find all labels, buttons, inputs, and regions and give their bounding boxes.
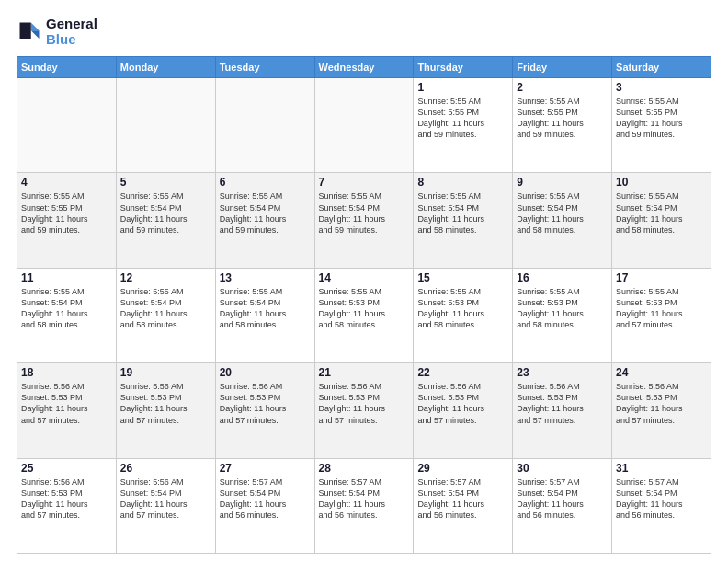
- logo-text: General Blue: [46, 17, 97, 47]
- day-info: Sunrise: 5:56 AM Sunset: 5:53 PM Dayligh…: [21, 477, 112, 522]
- day-info: Sunrise: 5:55 AM Sunset: 5:54 PM Dayligh…: [120, 286, 211, 331]
- calendar-cell: [314, 78, 414, 173]
- logo-line2: Blue: [46, 32, 97, 48]
- day-info: Sunrise: 5:57 AM Sunset: 5:54 PM Dayligh…: [616, 477, 707, 522]
- day-info: Sunrise: 5:55 AM Sunset: 5:55 PM Dayligh…: [517, 96, 608, 141]
- calendar-week-row: 18Sunrise: 5:56 AM Sunset: 5:53 PM Dayli…: [17, 363, 711, 458]
- day-number: 25: [21, 462, 112, 475]
- day-number: 5: [120, 176, 211, 189]
- day-info: Sunrise: 5:55 AM Sunset: 5:55 PM Dayligh…: [616, 96, 707, 141]
- day-number: 22: [417, 366, 508, 379]
- day-number: 18: [21, 366, 112, 379]
- calendar-cell: 9Sunrise: 5:55 AM Sunset: 5:54 PM Daylig…: [513, 173, 612, 268]
- calendar-cell: 26Sunrise: 5:56 AM Sunset: 5:54 PM Dayli…: [116, 458, 215, 553]
- calendar-week-row: 25Sunrise: 5:56 AM Sunset: 5:53 PM Dayli…: [17, 458, 711, 553]
- calendar-cell: 15Sunrise: 5:55 AM Sunset: 5:53 PM Dayli…: [414, 268, 513, 362]
- calendar-cell: 11Sunrise: 5:55 AM Sunset: 5:54 PM Dayli…: [17, 268, 117, 362]
- calendar-cell: 22Sunrise: 5:56 AM Sunset: 5:53 PM Dayli…: [414, 363, 513, 458]
- calendar-cell: 27Sunrise: 5:57 AM Sunset: 5:54 PM Dayli…: [215, 458, 314, 553]
- calendar-week-row: 4Sunrise: 5:55 AM Sunset: 5:55 PM Daylig…: [17, 173, 711, 268]
- calendar-header-row: SundayMondayTuesdayWednesdayThursdayFrid…: [17, 57, 711, 78]
- day-number: 27: [220, 462, 311, 475]
- logo: General Blue: [17, 17, 97, 47]
- calendar-cell: 25Sunrise: 5:56 AM Sunset: 5:53 PM Dayli…: [17, 458, 117, 553]
- day-info: Sunrise: 5:55 AM Sunset: 5:55 PM Dayligh…: [417, 96, 508, 141]
- day-info: Sunrise: 5:56 AM Sunset: 5:53 PM Dayligh…: [517, 381, 608, 426]
- day-number: 9: [517, 176, 608, 189]
- svg-rect-2: [20, 22, 31, 39]
- day-info: Sunrise: 5:56 AM Sunset: 5:54 PM Dayligh…: [120, 477, 211, 522]
- calendar-cell: 1Sunrise: 5:55 AM Sunset: 5:55 PM Daylig…: [414, 78, 513, 173]
- day-info: Sunrise: 5:56 AM Sunset: 5:53 PM Dayligh…: [120, 381, 211, 426]
- day-number: 30: [517, 462, 608, 475]
- calendar-cell: 23Sunrise: 5:56 AM Sunset: 5:53 PM Dayli…: [513, 363, 612, 458]
- day-number: 14: [319, 271, 410, 284]
- calendar-cell: 28Sunrise: 5:57 AM Sunset: 5:54 PM Dayli…: [314, 458, 414, 553]
- calendar-cell: 14Sunrise: 5:55 AM Sunset: 5:53 PM Dayli…: [314, 268, 414, 362]
- day-info: Sunrise: 5:55 AM Sunset: 5:54 PM Dayligh…: [616, 190, 707, 236]
- header: General Blue: [17, 17, 711, 47]
- day-number: 8: [417, 176, 508, 189]
- calendar-cell: 4Sunrise: 5:55 AM Sunset: 5:55 PM Daylig…: [17, 173, 117, 268]
- day-number: 10: [616, 176, 707, 189]
- calendar-cell: [116, 78, 215, 173]
- day-info: Sunrise: 5:57 AM Sunset: 5:54 PM Dayligh…: [417, 477, 508, 522]
- calendar-header-wednesday: Wednesday: [314, 57, 414, 78]
- calendar-week-row: 11Sunrise: 5:55 AM Sunset: 5:54 PM Dayli…: [17, 268, 711, 362]
- day-number: 17: [616, 271, 707, 284]
- calendar-cell: 2Sunrise: 5:55 AM Sunset: 5:55 PM Daylig…: [513, 78, 612, 173]
- day-number: 7: [319, 176, 410, 189]
- day-info: Sunrise: 5:56 AM Sunset: 5:53 PM Dayligh…: [417, 381, 508, 426]
- calendar-cell: 17Sunrise: 5:55 AM Sunset: 5:53 PM Dayli…: [612, 268, 711, 362]
- day-info: Sunrise: 5:56 AM Sunset: 5:53 PM Dayligh…: [220, 381, 311, 426]
- day-info: Sunrise: 5:55 AM Sunset: 5:54 PM Dayligh…: [319, 190, 410, 236]
- day-info: Sunrise: 5:56 AM Sunset: 5:53 PM Dayligh…: [616, 381, 707, 426]
- calendar-cell: [215, 78, 314, 173]
- day-number: 23: [517, 366, 608, 379]
- calendar-cell: 29Sunrise: 5:57 AM Sunset: 5:54 PM Dayli…: [414, 458, 513, 553]
- day-number: 6: [220, 176, 311, 189]
- calendar-header-tuesday: Tuesday: [215, 57, 314, 78]
- day-info: Sunrise: 5:55 AM Sunset: 5:53 PM Dayligh…: [517, 286, 608, 331]
- day-number: 26: [120, 462, 211, 475]
- day-info: Sunrise: 5:55 AM Sunset: 5:54 PM Dayligh…: [220, 286, 311, 331]
- day-info: Sunrise: 5:55 AM Sunset: 5:53 PM Dayligh…: [616, 286, 707, 331]
- day-number: 20: [220, 366, 311, 379]
- calendar-cell: [17, 78, 117, 173]
- calendar-cell: 18Sunrise: 5:56 AM Sunset: 5:53 PM Dayli…: [17, 363, 117, 458]
- calendar-header-monday: Monday: [116, 57, 215, 78]
- calendar-header-saturday: Saturday: [612, 57, 711, 78]
- calendar-header-thursday: Thursday: [414, 57, 513, 78]
- day-info: Sunrise: 5:55 AM Sunset: 5:54 PM Dayligh…: [21, 286, 112, 331]
- calendar-cell: 8Sunrise: 5:55 AM Sunset: 5:54 PM Daylig…: [414, 173, 513, 268]
- day-number: 13: [220, 271, 311, 284]
- logo-icon: [17, 19, 42, 45]
- day-info: Sunrise: 5:55 AM Sunset: 5:54 PM Dayligh…: [417, 190, 508, 236]
- day-info: Sunrise: 5:55 AM Sunset: 5:55 PM Dayligh…: [21, 190, 112, 236]
- day-info: Sunrise: 5:55 AM Sunset: 5:53 PM Dayligh…: [319, 286, 410, 331]
- day-number: 29: [417, 462, 508, 475]
- page: General Blue SundayMondayTuesdayWednesda…: [0, 0, 728, 563]
- calendar-cell: 19Sunrise: 5:56 AM Sunset: 5:53 PM Dayli…: [116, 363, 215, 458]
- day-number: 1: [417, 81, 508, 94]
- day-number: 12: [120, 271, 211, 284]
- day-number: 11: [21, 271, 112, 284]
- calendar-cell: 31Sunrise: 5:57 AM Sunset: 5:54 PM Dayli…: [612, 458, 711, 553]
- calendar-cell: 30Sunrise: 5:57 AM Sunset: 5:54 PM Dayli…: [513, 458, 612, 553]
- day-info: Sunrise: 5:55 AM Sunset: 5:54 PM Dayligh…: [517, 190, 608, 236]
- calendar-cell: 5Sunrise: 5:55 AM Sunset: 5:54 PM Daylig…: [116, 173, 215, 268]
- day-number: 31: [616, 462, 707, 475]
- day-info: Sunrise: 5:56 AM Sunset: 5:53 PM Dayligh…: [319, 381, 410, 426]
- day-number: 4: [21, 176, 112, 189]
- day-number: 15: [417, 271, 508, 284]
- day-info: Sunrise: 5:55 AM Sunset: 5:54 PM Dayligh…: [220, 190, 311, 236]
- logo-line1: General: [46, 17, 97, 32]
- calendar-cell: 20Sunrise: 5:56 AM Sunset: 5:53 PM Dayli…: [215, 363, 314, 458]
- day-info: Sunrise: 5:57 AM Sunset: 5:54 PM Dayligh…: [220, 477, 311, 522]
- calendar-cell: 21Sunrise: 5:56 AM Sunset: 5:53 PM Dayli…: [314, 363, 414, 458]
- calendar-cell: 16Sunrise: 5:55 AM Sunset: 5:53 PM Dayli…: [513, 268, 612, 362]
- day-number: 19: [120, 366, 211, 379]
- day-number: 3: [616, 81, 707, 94]
- day-info: Sunrise: 5:57 AM Sunset: 5:54 PM Dayligh…: [319, 477, 410, 522]
- calendar-cell: 13Sunrise: 5:55 AM Sunset: 5:54 PM Dayli…: [215, 268, 314, 362]
